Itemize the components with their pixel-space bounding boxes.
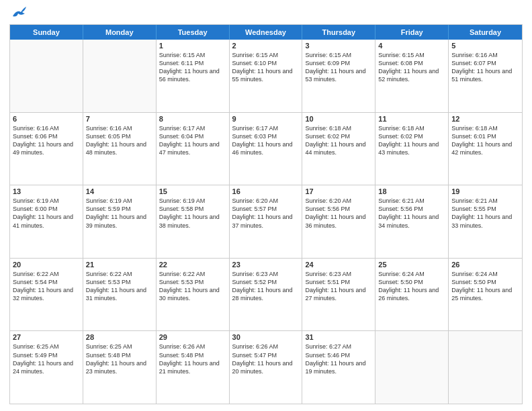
calendar-body: 1Sunrise: 6:15 AMSunset: 6:11 PMDaylight… — [10, 40, 522, 404]
day-cell-5: 5Sunrise: 6:16 AMSunset: 6:07 PMDaylight… — [449, 40, 522, 112]
day-cell-13: 13Sunrise: 6:19 AMSunset: 6:00 PMDayligh… — [10, 185, 83, 258]
calendar: SundayMondayTuesdayWednesdayThursdayFrid… — [9, 24, 523, 404]
day-cell-10: 10Sunrise: 6:18 AMSunset: 6:02 PMDayligh… — [302, 113, 375, 185]
day-header-friday: Friday — [375, 25, 449, 40]
cell-info: Sunrise: 6:22 AMSunset: 5:54 PMDaylight:… — [13, 270, 80, 303]
cell-info: Sunrise: 6:18 AMSunset: 6:02 PMDaylight:… — [378, 124, 445, 157]
cell-info: Sunrise: 6:24 AMSunset: 5:50 PMDaylight:… — [451, 270, 519, 303]
cell-info: Sunrise: 6:19 AMSunset: 5:59 PMDaylight:… — [86, 197, 153, 230]
calendar-row-0: 1Sunrise: 6:15 AMSunset: 6:11 PMDaylight… — [10, 40, 522, 112]
cell-info: Sunrise: 6:18 AMSunset: 6:02 PMDaylight:… — [305, 124, 372, 157]
day-number: 13 — [13, 187, 80, 195]
cell-info: Sunrise: 6:20 AMSunset: 5:56 PMDaylight:… — [305, 197, 372, 230]
cell-info: Sunrise: 6:17 AMSunset: 6:03 PMDaylight:… — [232, 124, 300, 157]
cell-info: Sunrise: 6:21 AMSunset: 5:55 PMDaylight:… — [451, 197, 519, 230]
day-number: 2 — [232, 42, 300, 50]
day-cell-3: 3Sunrise: 6:15 AMSunset: 6:09 PMDaylight… — [302, 40, 375, 112]
day-number: 29 — [159, 333, 226, 341]
cell-info: Sunrise: 6:16 AMSunset: 6:07 PMDaylight:… — [451, 51, 519, 84]
calendar-row-3: 20Sunrise: 6:22 AMSunset: 5:54 PMDayligh… — [10, 258, 522, 331]
calendar-row-4: 27Sunrise: 6:25 AMSunset: 5:49 PMDayligh… — [10, 330, 522, 404]
cell-info: Sunrise: 6:25 AMSunset: 5:48 PMDaylight:… — [86, 342, 153, 375]
day-number: 27 — [13, 333, 80, 341]
page-container: SundayMondayTuesdayWednesdayThursdayFrid… — [0, 0, 532, 411]
day-cell-12: 12Sunrise: 6:18 AMSunset: 6:01 PMDayligh… — [449, 113, 522, 185]
day-number: 28 — [86, 333, 153, 341]
day-cell-31: 31Sunrise: 6:27 AMSunset: 5:46 PMDayligh… — [302, 331, 375, 404]
day-cell-15: 15Sunrise: 6:19 AMSunset: 5:58 PMDayligh… — [157, 185, 230, 258]
day-header-sunday: Sunday — [10, 25, 83, 40]
cell-info: Sunrise: 6:19 AMSunset: 6:00 PMDaylight:… — [13, 197, 80, 230]
empty-cell — [83, 40, 157, 112]
day-number: 1 — [159, 42, 226, 50]
day-number: 21 — [86, 261, 153, 269]
day-cell-21: 21Sunrise: 6:22 AMSunset: 5:53 PMDayligh… — [83, 259, 157, 331]
cell-info: Sunrise: 6:23 AMSunset: 5:52 PMDaylight:… — [232, 270, 300, 303]
day-number: 24 — [305, 261, 372, 269]
day-header-thursday: Thursday — [302, 25, 375, 40]
day-number: 5 — [451, 42, 519, 50]
day-number: 12 — [451, 115, 519, 123]
day-cell-17: 17Sunrise: 6:20 AMSunset: 5:56 PMDayligh… — [302, 185, 375, 258]
day-number: 10 — [305, 115, 372, 123]
day-cell-14: 14Sunrise: 6:19 AMSunset: 5:59 PMDayligh… — [83, 185, 157, 258]
cell-info: Sunrise: 6:21 AMSunset: 5:56 PMDaylight:… — [378, 197, 445, 230]
day-number: 9 — [232, 115, 300, 123]
cell-info: Sunrise: 6:26 AMSunset: 5:47 PMDaylight:… — [232, 342, 300, 375]
day-number: 7 — [86, 115, 153, 123]
day-cell-27: 27Sunrise: 6:25 AMSunset: 5:49 PMDayligh… — [10, 331, 83, 404]
cell-info: Sunrise: 6:16 AMSunset: 6:05 PMDaylight:… — [86, 124, 153, 157]
day-header-wednesday: Wednesday — [230, 25, 303, 40]
calendar-header: SundayMondayTuesdayWednesdayThursdayFrid… — [10, 25, 522, 40]
logo-text — [9, 7, 26, 19]
day-cell-20: 20Sunrise: 6:22 AMSunset: 5:54 PMDayligh… — [10, 259, 83, 331]
day-cell-1: 1Sunrise: 6:15 AMSunset: 6:11 PMDaylight… — [157, 40, 230, 112]
cell-info: Sunrise: 6:27 AMSunset: 5:46 PMDaylight:… — [305, 342, 372, 375]
empty-cell — [10, 40, 83, 112]
day-cell-11: 11Sunrise: 6:18 AMSunset: 6:02 PMDayligh… — [375, 113, 449, 185]
cell-info: Sunrise: 6:25 AMSunset: 5:49 PMDaylight:… — [13, 342, 80, 375]
day-cell-28: 28Sunrise: 6:25 AMSunset: 5:48 PMDayligh… — [83, 331, 157, 404]
day-number: 17 — [305, 187, 372, 195]
day-cell-2: 2Sunrise: 6:15 AMSunset: 6:10 PMDaylight… — [230, 40, 303, 112]
day-number: 19 — [451, 187, 519, 195]
day-number: 23 — [232, 261, 300, 269]
logo — [9, 7, 26, 19]
day-cell-9: 9Sunrise: 6:17 AMSunset: 6:03 PMDaylight… — [230, 113, 303, 185]
day-number: 14 — [86, 187, 153, 195]
cell-info: Sunrise: 6:22 AMSunset: 5:53 PMDaylight:… — [86, 270, 153, 303]
day-number: 25 — [378, 261, 445, 269]
day-cell-24: 24Sunrise: 6:23 AMSunset: 5:51 PMDayligh… — [302, 259, 375, 331]
day-header-saturday: Saturday — [449, 25, 522, 40]
header — [9, 7, 523, 19]
day-cell-6: 6Sunrise: 6:16 AMSunset: 6:06 PMDaylight… — [10, 113, 83, 185]
calendar-row-1: 6Sunrise: 6:16 AMSunset: 6:06 PMDaylight… — [10, 112, 522, 185]
day-cell-16: 16Sunrise: 6:20 AMSunset: 5:57 PMDayligh… — [230, 185, 303, 258]
cell-info: Sunrise: 6:15 AMSunset: 6:11 PMDaylight:… — [159, 51, 226, 84]
calendar-row-2: 13Sunrise: 6:19 AMSunset: 6:00 PMDayligh… — [10, 185, 522, 258]
day-header-monday: Monday — [83, 25, 157, 40]
day-cell-22: 22Sunrise: 6:22 AMSunset: 5:53 PMDayligh… — [157, 259, 230, 331]
empty-cell — [449, 331, 522, 404]
cell-info: Sunrise: 6:19 AMSunset: 5:58 PMDaylight:… — [159, 197, 226, 230]
day-cell-18: 18Sunrise: 6:21 AMSunset: 5:56 PMDayligh… — [375, 185, 449, 258]
day-cell-23: 23Sunrise: 6:23 AMSunset: 5:52 PMDayligh… — [230, 259, 303, 331]
day-cell-4: 4Sunrise: 6:15 AMSunset: 6:08 PMDaylight… — [375, 40, 449, 112]
day-number: 18 — [378, 187, 445, 195]
cell-info: Sunrise: 6:15 AMSunset: 6:08 PMDaylight:… — [378, 51, 445, 84]
day-number: 31 — [305, 333, 372, 341]
logo-bird-icon — [11, 7, 26, 19]
cell-info: Sunrise: 6:26 AMSunset: 5:48 PMDaylight:… — [159, 342, 226, 375]
cell-info: Sunrise: 6:18 AMSunset: 6:01 PMDaylight:… — [451, 124, 519, 157]
day-cell-8: 8Sunrise: 6:17 AMSunset: 6:04 PMDaylight… — [157, 113, 230, 185]
day-number: 8 — [159, 115, 226, 123]
day-header-tuesday: Tuesday — [157, 25, 230, 40]
cell-info: Sunrise: 6:23 AMSunset: 5:51 PMDaylight:… — [305, 270, 372, 303]
empty-cell — [375, 331, 449, 404]
day-number: 16 — [232, 187, 300, 195]
day-number: 6 — [13, 115, 80, 123]
day-cell-7: 7Sunrise: 6:16 AMSunset: 6:05 PMDaylight… — [83, 113, 157, 185]
day-number: 30 — [232, 333, 300, 341]
cell-info: Sunrise: 6:22 AMSunset: 5:53 PMDaylight:… — [159, 270, 226, 303]
day-number: 11 — [378, 115, 445, 123]
